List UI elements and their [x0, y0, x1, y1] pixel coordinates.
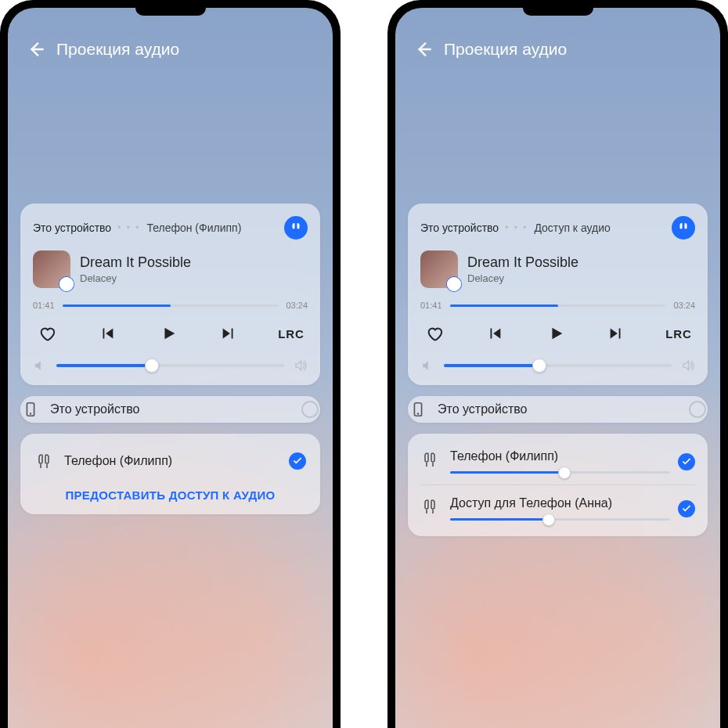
device-this-label: Это устройство — [50, 402, 139, 416]
earbuds-share-icon[interactable] — [284, 216, 308, 240]
page-title: Проекция аудио — [444, 40, 567, 59]
shared-devices-card: Телефон (Филипп) — [408, 434, 708, 536]
spacer — [408, 78, 708, 204]
notch — [135, 8, 206, 16]
tab-second-device[interactable]: Телефон (Филипп) — [146, 222, 241, 234]
volume-fill — [56, 364, 152, 367]
progress-fill — [63, 305, 171, 307]
radio-unchecked-icon[interactable] — [301, 401, 319, 418]
next-icon[interactable] — [605, 323, 627, 344]
player-tabs: Это устройство • • • Доступ к аудио — [420, 216, 695, 240]
progress-bar[interactable] — [450, 305, 666, 307]
time-total: 03:24 — [286, 301, 308, 310]
shared-anna: Доступ для Телефон (Анна) — [420, 485, 695, 524]
device-this-row[interactable]: Это устройство — [408, 396, 708, 423]
player-card: Это устройство • • • Телефон (Филипп) Dr… — [20, 204, 320, 385]
progress-fill — [450, 305, 558, 307]
tab-audio-access[interactable]: Доступ к аудио — [534, 222, 610, 234]
lyrics-button[interactable]: LRC — [665, 327, 692, 341]
shared-philipp-label: Телефон (Филипп) — [450, 449, 670, 463]
progress-bar[interactable] — [63, 305, 279, 307]
tab-this-device[interactable]: Это устройство — [420, 222, 499, 234]
header: Проекция аудио — [20, 31, 320, 78]
screen-right: Проекция аудио Это устройство • • • Дост… — [395, 8, 720, 728]
earbuds-share-icon[interactable] — [672, 216, 695, 240]
device-this-row[interactable]: Это устройство — [20, 396, 320, 423]
earbuds-icon — [420, 451, 439, 470]
next-icon[interactable] — [218, 323, 240, 344]
phone-icon — [22, 401, 39, 418]
volume-thumb[interactable] — [532, 359, 546, 373]
tab-this-device[interactable]: Это устройство — [33, 222, 111, 234]
device-philipp-label: Телефон (Филипп) — [64, 454, 172, 468]
spacer — [20, 78, 320, 204]
device-philipp-row[interactable]: Телефон (Филипп) — [33, 446, 308, 476]
player-card: Это устройство • • • Доступ к аудио Drea… — [408, 204, 708, 385]
like-icon[interactable] — [36, 323, 58, 344]
shared-anna-volume[interactable] — [450, 518, 670, 521]
tab-separator-icon: • • • — [117, 222, 140, 233]
shared-philipp: Телефон (Филипп) — [420, 446, 695, 477]
back-icon[interactable] — [25, 39, 45, 59]
volume-low-icon — [33, 359, 47, 373]
volume-high-icon — [294, 359, 308, 373]
shared-anna-label: Доступ для Телефон (Анна) — [450, 496, 670, 510]
track-artist: Delacey — [467, 272, 578, 284]
volume-slider[interactable] — [444, 364, 672, 367]
player-tabs: Это устройство • • • Телефон (Филипп) — [33, 216, 308, 240]
phone-icon — [409, 401, 427, 418]
time-current: 01:41 — [33, 301, 55, 310]
back-icon[interactable] — [413, 39, 433, 59]
volume-high-icon — [681, 359, 695, 373]
page-title: Проекция аудио — [56, 40, 179, 59]
album-art[interactable] — [33, 250, 70, 288]
track-title: Dream It Possible — [80, 254, 191, 271]
volume-thumb[interactable] — [145, 359, 159, 373]
share-audio-button[interactable]: ПРЕДОСТАВИТЬ ДОСТУП К АУДИО — [33, 488, 308, 502]
volume-low-icon — [420, 359, 434, 373]
progress-row: 01:41 03:24 — [420, 301, 695, 310]
volume-row — [33, 359, 308, 373]
album-art[interactable] — [420, 250, 458, 288]
track-artist: Delacey — [80, 272, 191, 284]
progress-row: 01:41 03:24 — [33, 301, 308, 310]
time-current: 01:41 — [420, 301, 442, 310]
svg-point-1 — [31, 413, 31, 414]
app-badge-icon — [62, 279, 71, 289]
tab-separator-icon: • • • — [505, 222, 528, 233]
controls: LRC — [420, 323, 695, 344]
radio-checked-icon[interactable] — [289, 452, 306, 470]
volume-fill — [444, 364, 539, 367]
track-row: Dream It Possible Delacey — [33, 250, 308, 288]
app-badge-icon — [449, 279, 459, 289]
device-selected-card: Телефон (Филипп) ПРЕДОСТАВИТЬ ДОСТУП К А… — [20, 434, 320, 514]
shared-philipp-volume[interactable] — [450, 471, 670, 474]
radio-checked-icon[interactable] — [678, 500, 695, 517]
phone-frame-left: Проекция аудио Это устройство • • • Теле… — [0, 0, 341, 728]
radio-checked-icon[interactable] — [678, 453, 695, 470]
screen-left: Проекция аудио Это устройство • • • Теле… — [8, 8, 333, 728]
track-title: Dream It Possible — [467, 254, 578, 271]
device-this-label: Это устройство — [438, 402, 527, 416]
time-total: 03:24 — [673, 301, 695, 310]
track-row: Dream It Possible Delacey — [420, 250, 695, 288]
svg-point-3 — [418, 413, 419, 414]
play-icon[interactable] — [157, 323, 179, 344]
prev-icon[interactable] — [96, 323, 118, 344]
notch — [523, 8, 593, 16]
controls: LRC — [33, 323, 308, 344]
earbuds-icon — [420, 498, 439, 517]
like-icon[interactable] — [423, 323, 445, 344]
prev-icon[interactable] — [484, 323, 506, 344]
header: Проекция аудио — [408, 31, 708, 78]
radio-unchecked-icon[interactable] — [689, 401, 706, 418]
volume-row — [420, 359, 695, 373]
play-icon[interactable] — [545, 323, 567, 344]
volume-slider[interactable] — [56, 364, 284, 367]
phone-frame-right: Проекция аудио Это устройство • • • Дост… — [387, 0, 728, 728]
lyrics-button[interactable]: LRC — [278, 327, 305, 341]
earbuds-icon — [34, 452, 53, 471]
